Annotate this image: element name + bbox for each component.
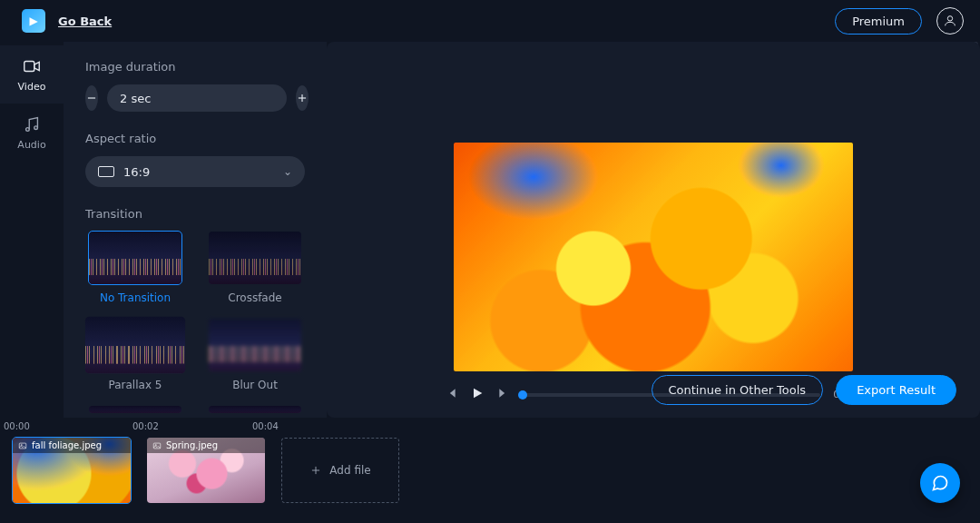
clip-label-1: Spring.jpeg — [147, 438, 265, 453]
transition-label: Transition — [85, 207, 305, 221]
transition-blur-out[interactable]: Blur Out — [205, 319, 305, 391]
video-preview[interactable] — [454, 143, 853, 371]
svg-point-2 — [26, 128, 30, 132]
image-duration-input[interactable] — [107, 84, 287, 112]
profile-icon[interactable] — [936, 7, 964, 35]
app-logo-icon: ▶ — [22, 9, 45, 33]
image-icon — [18, 441, 27, 450]
svg-point-0 — [947, 16, 952, 21]
transition-crossfade[interactable]: Crossfade — [205, 232, 305, 304]
left-nav: Video Audio — [0, 45, 64, 162]
svg-point-3 — [34, 126, 38, 130]
timeline-clip-1[interactable]: Spring.jpeg — [147, 438, 265, 503]
next-frame-button[interactable] — [497, 387, 510, 402]
export-result-button[interactable]: Export Result — [836, 375, 956, 405]
add-file-button[interactable]: Add file — [281, 438, 399, 503]
ruler-tick-0: 00:00 — [4, 421, 30, 431]
continue-other-tools-button[interactable]: Continue in Other Tools — [652, 375, 824, 405]
transition-peek-2[interactable] — [205, 406, 305, 413]
transition-grid: No Transition Crossfade Parallax 5 Blur … — [85, 232, 305, 413]
seek-handle[interactable] — [518, 390, 527, 400]
prev-frame-button[interactable] — [445, 387, 457, 402]
timeline-clip-0[interactable]: fall foliage.jpeg — [13, 438, 131, 503]
transition-peek-1[interactable] — [85, 406, 185, 413]
chevron-down-icon: ⌄ — [283, 165, 292, 178]
nav-audio[interactable]: Audio — [0, 104, 64, 162]
timeline-ruler[interactable]: 00:00 00:02 00:04 — [0, 418, 980, 438]
transition-parallax-5[interactable]: Parallax 5 — [85, 319, 185, 391]
go-back-link[interactable]: Go Back — [58, 15, 112, 28]
image-duration-label: Image duration — [85, 60, 305, 74]
nav-video[interactable]: Video — [0, 45, 64, 104]
preview-frame-image — [454, 143, 853, 371]
duration-decrement-button[interactable] — [85, 85, 98, 111]
ruler-tick-2: 00:04 — [252, 421, 279, 431]
transition-no-transition[interactable]: No Transition — [85, 232, 185, 304]
aspect-ratio-value: 16:9 — [123, 165, 150, 179]
ruler-tick-1: 00:02 — [132, 421, 159, 431]
settings-panel: Image duration Aspect ratio 16:9 ⌄ Trans… — [64, 42, 327, 418]
play-button[interactable] — [470, 386, 485, 403]
preview-panel: 00:04 Continue in Other Tools Export Res… — [327, 42, 980, 418]
nav-video-label: Video — [18, 81, 46, 93]
svg-rect-1 — [24, 62, 34, 72]
premium-button[interactable]: Premium — [835, 8, 922, 35]
timeline: 00:00 00:02 00:04 fall foliage.jpeg Spri… — [0, 418, 980, 523]
duration-increment-button[interactable] — [296, 85, 309, 111]
nav-audio-label: Audio — [17, 139, 45, 151]
image-icon — [152, 441, 162, 450]
aspect-ratio-select[interactable]: 16:9 ⌄ — [85, 156, 305, 187]
aspect-ratio-icon — [98, 166, 114, 177]
clip-label-0: fall foliage.jpeg — [13, 438, 131, 453]
help-fab-button[interactable] — [920, 463, 960, 503]
aspect-ratio-label: Aspect ratio — [85, 132, 305, 145]
app-header: ▶ Go Back Premium — [0, 0, 980, 42]
